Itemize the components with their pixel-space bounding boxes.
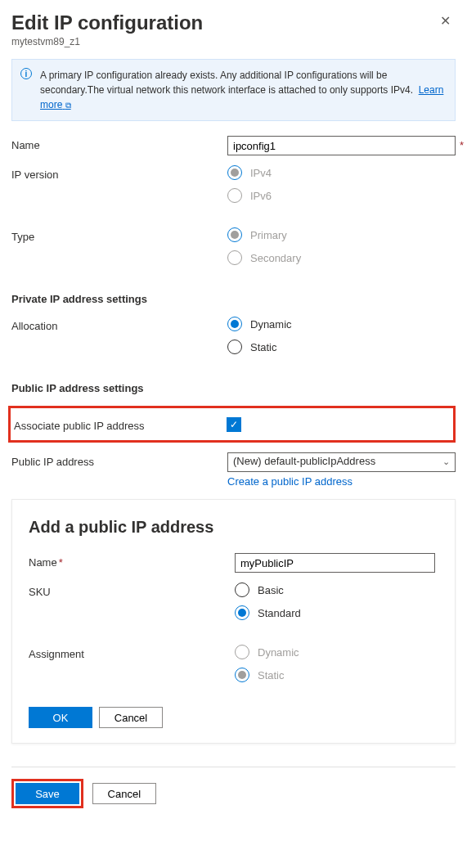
type-primary-label: Primary <box>250 229 287 241</box>
ipversion-label: IP version <box>11 165 227 181</box>
sku-label: SKU <box>29 582 235 598</box>
assignment-label: Assignment <box>29 645 235 660</box>
add-public-ip-panel: Add a public IP address Name* SKU Basic … <box>11 499 456 744</box>
sku-basic-label: Basic <box>258 584 284 596</box>
create-public-ip-link[interactable]: Create a public IP address <box>227 475 352 488</box>
page-title: Edit IP configuration <box>11 11 203 34</box>
page-subtitle: mytestvm89_z1 <box>11 36 203 47</box>
close-icon[interactable]: ✕ <box>435 11 456 31</box>
alloc-dynamic-radio[interactable] <box>227 317 242 331</box>
sku-standard-label: Standard <box>258 607 301 619</box>
name-input[interactable] <box>227 136 456 155</box>
save-highlight: Save <box>11 779 83 808</box>
type-secondary-label: Secondary <box>250 252 301 264</box>
sku-basic-radio[interactable] <box>235 582 249 597</box>
chevron-down-icon: ⌄ <box>442 456 450 467</box>
ok-button[interactable]: OK <box>29 707 92 728</box>
ipv4-radio <box>227 165 242 180</box>
name-label: Name <box>11 136 227 151</box>
save-button[interactable]: Save <box>16 783 79 804</box>
alloc-static-radio[interactable] <box>227 340 242 354</box>
ipv6-radio <box>227 188 242 203</box>
associate-label: Associate public IP address <box>11 416 227 432</box>
private-section-header: Private IP address settings <box>11 293 456 305</box>
ipv6-label: IPv6 <box>250 190 272 202</box>
associate-checkbox[interactable]: ✓ <box>227 417 241 432</box>
info-banner: i A primary IP configuration already exi… <box>11 59 456 121</box>
alloc-dynamic-label: Dynamic <box>250 318 292 331</box>
type-label: Type <box>11 227 227 243</box>
cancel-button[interactable]: Cancel <box>92 783 156 804</box>
public-ip-dropdown[interactable]: (New) default-publicIpAddress ⌄ <box>227 452 456 472</box>
add-name-label: Name* <box>29 553 235 569</box>
alloc-static-label: Static <box>250 341 277 353</box>
public-section-header: Public IP address settings <box>11 382 456 394</box>
add-name-input[interactable] <box>235 553 435 573</box>
assign-dynamic-radio <box>235 645 249 659</box>
assign-static-radio <box>235 668 249 682</box>
info-text: A primary IP configuration already exist… <box>40 70 413 96</box>
info-icon: i <box>20 68 32 79</box>
public-ip-value: (New) default-publicIpAddress <box>233 455 375 467</box>
public-ip-label: Public IP address <box>11 452 227 468</box>
ipv4-label: IPv4 <box>250 167 272 179</box>
associate-highlight: Associate public IP address ✓ <box>8 406 456 443</box>
type-primary-radio <box>227 227 242 242</box>
allocation-label: Allocation <box>11 317 227 332</box>
assign-static-label: Static <box>258 669 285 681</box>
panel-cancel-button[interactable]: Cancel <box>99 707 163 728</box>
external-link-icon: ⧉ <box>65 101 71 110</box>
assign-dynamic-label: Dynamic <box>258 646 299 659</box>
type-secondary-radio <box>227 250 242 265</box>
sku-standard-radio[interactable] <box>235 605 249 620</box>
add-panel-title: Add a public IP address <box>29 518 438 537</box>
